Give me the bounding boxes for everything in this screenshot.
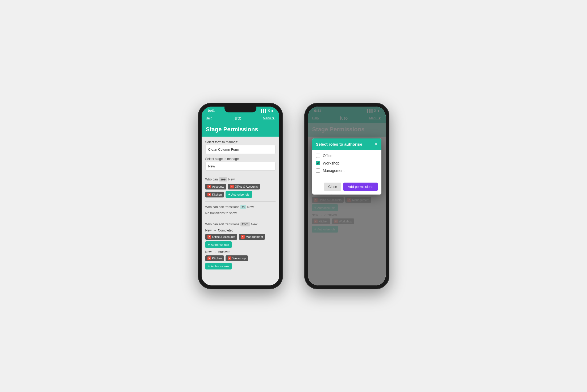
see-label-1: Who can see New: [205, 177, 276, 182]
remove-management-completed-icon[interactable]: ✕: [241, 235, 245, 239]
battery-icon: ▮: [271, 109, 273, 112]
authorise-role-btn-completed-1[interactable]: + Authorise role: [205, 241, 232, 248]
modal-close-button[interactable]: Close: [324, 183, 341, 191]
office-checkbox-label: Office: [323, 154, 332, 158]
remove-workshop-archived-icon[interactable]: ✕: [228, 256, 231, 260]
checkbox-office: Office: [316, 154, 378, 158]
checkbox-workshop: Workshop: [316, 161, 378, 165]
archived-role-tags-1: ✕ Kitchen ✕ Workshop + Authorise role: [205, 255, 276, 269]
plus-icon-see-1: +: [228, 192, 230, 196]
role-tag-label: Office & Accounts: [212, 235, 235, 238]
authorise-role-btn-see-1[interactable]: + Authorise role: [226, 191, 252, 198]
phone-2-screen: 9:41 ▐▐▐ ⌘ ▮ Help juto Menu ▼ Stage Perm…: [308, 107, 386, 285]
app-title-1: juto: [234, 116, 242, 121]
role-tag-office-accounts: ✕ Office & Accounts: [228, 184, 260, 189]
role-tag-management-completed: ✕ Management: [239, 234, 265, 240]
transitions-from-section-1: Who can edit transitions from New New → …: [205, 222, 276, 269]
role-tag-kitchen-archived: ✕ Kitchen: [205, 255, 224, 261]
trans-to-2: Archived: [218, 250, 231, 254]
form-input-1[interactable]: Clean Column Form: [205, 145, 276, 154]
arrow-icon-1: →: [213, 229, 217, 232]
modal-close-icon[interactable]: ✕: [374, 142, 378, 147]
trans-to-pre: Who can edit transitions: [205, 205, 239, 209]
role-tag-office-accounts-label: Office & Accounts: [235, 185, 258, 188]
stage-section-1: Select stage to manage: New: [205, 157, 276, 171]
authorise-btn-label-completed-1: Authorise role: [211, 243, 229, 246]
role-tag-management-label: Management: [246, 235, 263, 238]
status-bar-1: 9:41 ▐▐▐ ⌘ ▮: [202, 107, 279, 114]
trans-from-direction-badge: from: [240, 222, 250, 226]
page-title-1: Stage Permissions: [206, 126, 275, 133]
status-time-1: 9:41: [208, 109, 215, 113]
completed-role-tags-1: ✕ Office & Accounts ✕ Management + Autho…: [205, 234, 276, 248]
content-1: Select form to manage: Clean Column Form…: [202, 137, 279, 285]
divider-2: [205, 201, 276, 202]
see-role-tags-1: ✕ Accounts ✕ Office & Accounts ✕ Kitchen: [205, 184, 276, 198]
transitions-to-label-1: Who can edit transitions to New: [205, 205, 276, 209]
plus-icon-archived-1: +: [208, 264, 210, 268]
role-tag-workshop-archived: ✕ Workshop: [226, 255, 248, 261]
trans-from-2: New: [205, 250, 212, 254]
nav-bar-1: Help juto Menu ▼: [202, 114, 279, 123]
add-permissions-button[interactable]: Add permissions: [343, 183, 377, 191]
stage-input-1[interactable]: New: [205, 162, 276, 171]
remove-accounts-icon[interactable]: ✕: [207, 185, 211, 188]
transitions-from-label-1: Who can edit transitions from New: [205, 222, 276, 226]
trans-to-stage: New: [247, 205, 254, 209]
status-icons-1: ▐▐▐ ⌘ ▮: [260, 109, 273, 112]
modal-body: Office Workshop Management: [312, 150, 381, 180]
phone-1-screen: 9:41 ▐▐▐ ⌘ ▮ Help juto Menu ▼ Stage Perm…: [202, 107, 279, 285]
transition-new-completed-1: New → Completed ✕ Office & Accounts ✕: [205, 229, 276, 248]
signal-icon: ▐▐▐: [260, 109, 266, 112]
workshop-checkbox-label: Workshop: [323, 161, 340, 165]
modal-overlay: [308, 107, 386, 285]
authorise-btn-label-archived-1: Authorise role: [211, 265, 229, 268]
role-tag-workshop-archived-label: Workshop: [232, 257, 245, 260]
management-checkbox[interactable]: [316, 168, 320, 173]
phone-2: 9:41 ▐▐▐ ⌘ ▮ Help juto Menu ▼ Stage Perm…: [304, 103, 389, 289]
remove-office-accounts-completed-icon[interactable]: ✕: [207, 235, 211, 239]
form-label-1: Select form to manage:: [205, 140, 276, 144]
transition-new-completed-title-1: New → Completed: [205, 229, 276, 232]
page-wrapper: 9:41 ▐▐▐ ⌘ ▮ Help juto Menu ▼ Stage Perm…: [198, 103, 389, 289]
workshop-checkbox[interactable]: [316, 161, 320, 165]
transitions-to-section-1: Who can edit transitions to New No trans…: [205, 205, 276, 215]
role-tag-kitchen-archived-label: Kitchen: [212, 257, 222, 260]
remove-office-accounts-icon[interactable]: ✕: [230, 185, 234, 188]
transition-new-archived-1: New → Archived ✕ Kitchen ✕ Workshop: [205, 250, 276, 269]
role-tag-office-accounts-completed: ✕ Office & Accounts: [205, 234, 238, 240]
transition-new-archived-title-1: New → Archived: [205, 250, 276, 254]
trans-from-pre: Who can edit transitions: [205, 222, 239, 226]
authorise-btn-label-see-1: Authorise role: [231, 193, 249, 196]
divider-1: [205, 174, 276, 174]
office-checkbox[interactable]: [316, 154, 320, 158]
help-link-1[interactable]: Help: [206, 116, 213, 120]
modal-footer: Close Add permissions: [312, 180, 381, 195]
form-section-1: Select form to manage: Clean Column Form: [205, 140, 276, 154]
remove-kitchen-icon[interactable]: ✕: [207, 193, 211, 196]
modal-header: Select roles to authorise ✕: [312, 138, 381, 150]
management-checkbox-label: Management: [323, 168, 345, 173]
arrow-icon-2: →: [213, 250, 217, 254]
remove-kitchen-archived-icon[interactable]: ✕: [207, 256, 211, 260]
trans-to-direction-badge: to: [240, 205, 246, 209]
trans-to-1: Completed: [218, 229, 234, 232]
divider-3: [205, 219, 276, 219]
wifi-icon: ⌘: [267, 109, 270, 112]
checkbox-management: Management: [316, 168, 378, 173]
see-stage-label: New: [228, 178, 235, 181]
role-tag-accounts: ✕ Accounts: [205, 184, 226, 189]
plus-icon-completed-1: +: [208, 243, 210, 247]
role-tag-accounts-label: Accounts: [212, 185, 224, 188]
trans-from-stage: New: [251, 222, 257, 226]
modal-title: Select roles to authorise: [316, 142, 362, 146]
page-header-1: Stage Permissions: [202, 123, 279, 137]
see-section-1: Who can see New ✕ Accounts ✕ Office & Ac…: [205, 177, 276, 198]
role-tag-kitchen: ✕ Kitchen: [205, 192, 224, 197]
authorise-role-btn-archived-1[interactable]: + Authorise role: [205, 263, 232, 269]
stage-label-1: Select stage to manage:: [205, 157, 276, 161]
menu-link-1[interactable]: Menu ▼: [263, 116, 275, 120]
see-verb-badge: see: [219, 177, 227, 182]
trans-from-1: New: [205, 229, 212, 232]
select-roles-modal: Select roles to authorise ✕ Office Works…: [312, 138, 381, 195]
